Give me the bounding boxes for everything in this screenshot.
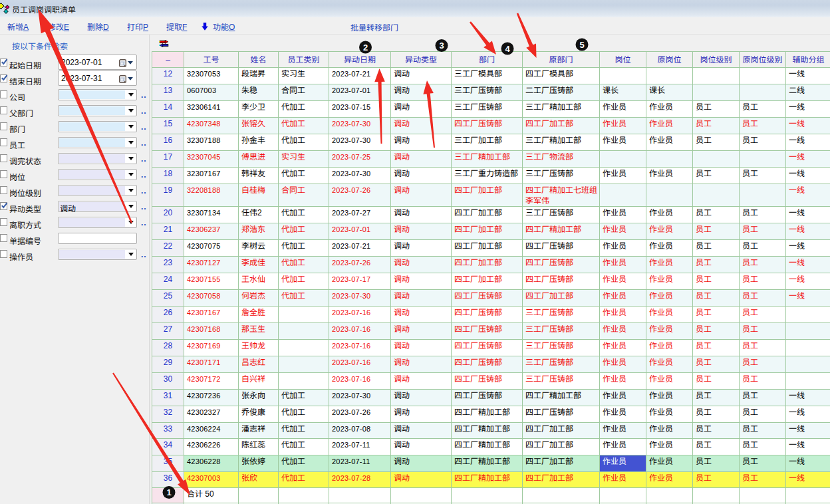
svg-text:5: 5	[579, 40, 584, 50]
svg-text:3: 3	[439, 41, 444, 51]
